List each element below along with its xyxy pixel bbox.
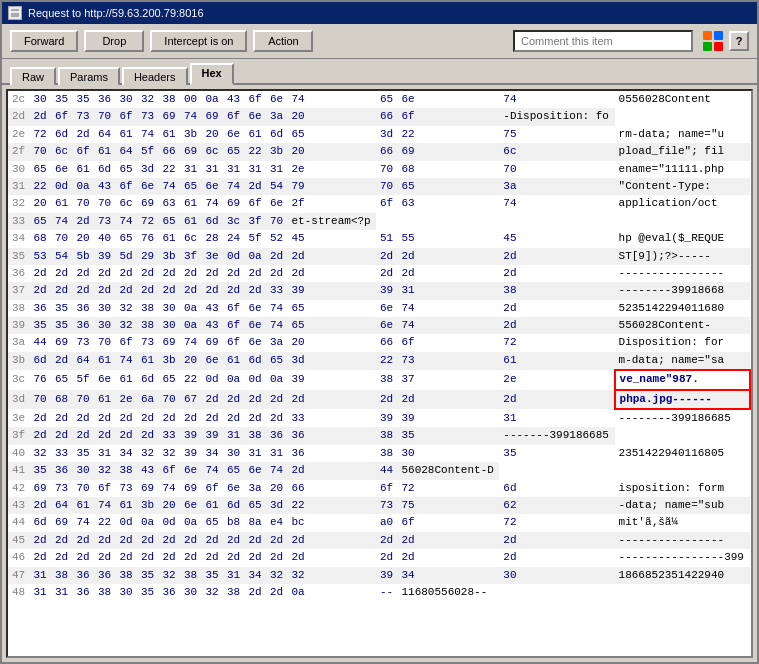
hex-cell[interactable]: 22 bbox=[376, 352, 398, 370]
hex-cell[interactable]: 2d bbox=[223, 265, 245, 282]
hex-cell[interactable]: 55 bbox=[397, 230, 499, 247]
hex-cell[interactable]: 74 bbox=[94, 497, 116, 514]
hex-cell[interactable]: 66 bbox=[376, 334, 398, 351]
tab-params[interactable]: Params bbox=[58, 67, 120, 85]
hex-cell[interactable]: 43 bbox=[202, 317, 224, 334]
drop-button[interactable]: Drop bbox=[84, 30, 144, 52]
hex-cell[interactable]: 74 bbox=[159, 178, 181, 195]
hex-cell[interactable]: 31 bbox=[266, 161, 288, 178]
hex-cell[interactable]: 3d bbox=[137, 161, 159, 178]
hex-cell[interactable]: 74 bbox=[499, 91, 614, 108]
hex-cell[interactable]: 6e bbox=[266, 91, 288, 108]
hex-cell[interactable]: 61 bbox=[137, 352, 159, 370]
hex-cell[interactable]: 2d bbox=[137, 427, 159, 444]
hex-cell[interactable]: 43 bbox=[202, 300, 224, 317]
hex-cell[interactable]: -- bbox=[376, 584, 398, 601]
hex-cell[interactable]: 65 bbox=[266, 352, 288, 370]
hex-cell[interactable]: 2d bbox=[51, 409, 73, 427]
hex-cell[interactable]: 38 bbox=[137, 300, 159, 317]
hex-cell[interactable]: 73 bbox=[94, 213, 116, 230]
hex-cell[interactable]: 69 bbox=[397, 143, 499, 160]
hex-cell[interactable]: 6e bbox=[180, 462, 202, 479]
hex-cell[interactable]: 73 bbox=[376, 497, 398, 514]
hex-cell[interactable]: 6f bbox=[223, 334, 245, 351]
hex-cell[interactable]: 38 bbox=[116, 567, 138, 584]
hex-cell[interactable]: 74 bbox=[397, 317, 499, 334]
hex-cell[interactable]: 0a bbox=[180, 300, 202, 317]
hex-cell[interactable]: 2d bbox=[73, 549, 95, 566]
hex-cell[interactable]: 38 bbox=[223, 584, 245, 601]
hex-cell[interactable]: 61 bbox=[223, 352, 245, 370]
hex-cell[interactable]: 65 bbox=[223, 462, 245, 479]
hex-cell[interactable]: 70 bbox=[73, 195, 95, 212]
hex-cell[interactable]: b8 bbox=[223, 514, 245, 531]
hex-cell[interactable]: 39 bbox=[376, 567, 398, 584]
hex-cell[interactable]: 6d bbox=[30, 352, 52, 370]
hex-cell[interactable]: 75 bbox=[499, 126, 614, 143]
hex-cell[interactable]: 52 bbox=[266, 230, 288, 247]
hex-cell[interactable]: 72 bbox=[397, 480, 499, 497]
hex-cell[interactable]: 30 bbox=[499, 567, 614, 584]
hex-cell[interactable]: 2d bbox=[288, 549, 376, 566]
hex-cell[interactable]: 2d bbox=[159, 532, 181, 549]
hex-cell[interactable]: 3a bbox=[499, 178, 614, 195]
hex-cell[interactable]: 69 bbox=[180, 480, 202, 497]
hex-cell[interactable]: 6e bbox=[245, 317, 267, 334]
hex-cell[interactable]: 2d bbox=[51, 532, 73, 549]
hex-cell[interactable]: 2d bbox=[116, 265, 138, 282]
hex-cell[interactable]: 22 bbox=[30, 178, 52, 195]
hex-cell[interactable]: 73 bbox=[73, 334, 95, 351]
hex-cell[interactable]: 76 bbox=[30, 370, 52, 389]
hex-cell[interactable]: 69 bbox=[51, 514, 73, 531]
hex-cell[interactable]: 2d bbox=[245, 532, 267, 549]
hex-cell[interactable]: 2d bbox=[223, 532, 245, 549]
hex-cell[interactable]: 72 bbox=[30, 126, 52, 143]
hex-cell[interactable]: 0a bbox=[223, 370, 245, 389]
hex-cell[interactable]: 2d bbox=[499, 532, 614, 549]
hex-cell[interactable]: 32 bbox=[159, 445, 181, 462]
hex-cell[interactable]: 38 bbox=[499, 282, 614, 299]
hex-cell[interactable]: 6e bbox=[223, 480, 245, 497]
hex-cell[interactable]: 2d bbox=[266, 265, 288, 282]
hex-cell[interactable]: 6f bbox=[397, 108, 499, 125]
hex-cell[interactable]: 22 bbox=[159, 161, 181, 178]
hex-cell[interactable]: 68 bbox=[51, 390, 73, 409]
hex-cell[interactable]: 2d bbox=[202, 549, 224, 566]
hex-cell[interactable]: 2d bbox=[376, 549, 398, 566]
hex-cell[interactable]: 6f bbox=[73, 143, 95, 160]
hex-cell[interactable]: 73 bbox=[51, 480, 73, 497]
hex-cell[interactable]: 6e bbox=[202, 178, 224, 195]
hex-cell[interactable]: 0d bbox=[202, 370, 224, 389]
hex-cell[interactable]: 6e bbox=[245, 462, 267, 479]
hex-cell[interactable]: 2d bbox=[94, 282, 116, 299]
hex-cell[interactable]: 2d bbox=[397, 390, 499, 409]
hex-cell[interactable]: 65 bbox=[159, 370, 181, 389]
hex-cell[interactable]: 3f bbox=[245, 213, 267, 230]
hex-cell[interactable]: 66 bbox=[376, 108, 398, 125]
hex-cell[interactable]: 31 bbox=[30, 567, 52, 584]
hex-cell[interactable]: 2d bbox=[202, 409, 224, 427]
hex-cell[interactable]: e4 bbox=[266, 514, 288, 531]
hex-cell[interactable]: 37 bbox=[397, 370, 499, 389]
hex-cell[interactable]: 31 bbox=[51, 584, 73, 601]
hex-cell[interactable]: 65 bbox=[288, 317, 376, 334]
hex-cell[interactable]: 2d bbox=[499, 248, 614, 265]
hex-cell[interactable]: 2d bbox=[223, 409, 245, 427]
hex-cell[interactable]: 38 bbox=[376, 370, 398, 389]
hex-cell[interactable]: 72 bbox=[499, 334, 614, 351]
hex-cell[interactable]: 2d bbox=[499, 549, 614, 566]
hex-cell[interactable]: 2d bbox=[202, 282, 224, 299]
hex-cell[interactable]: 32 bbox=[94, 462, 116, 479]
hex-cell[interactable]: 2d bbox=[30, 265, 52, 282]
hex-cell[interactable]: 32 bbox=[266, 567, 288, 584]
hex-cell[interactable]: 74 bbox=[266, 462, 288, 479]
hex-cell[interactable]: 2d bbox=[245, 409, 267, 427]
hex-cell[interactable]: 2d bbox=[499, 265, 614, 282]
hex-cell[interactable]: 39 bbox=[288, 282, 376, 299]
hex-cell[interactable]: 2d bbox=[180, 409, 202, 427]
hex-cell[interactable]: 30 bbox=[397, 445, 499, 462]
hex-cell[interactable]: 34 bbox=[245, 567, 267, 584]
hex-cell[interactable]: 2d bbox=[159, 282, 181, 299]
hex-cell[interactable]: 68 bbox=[397, 161, 499, 178]
hex-cell[interactable]: 6f bbox=[51, 108, 73, 125]
